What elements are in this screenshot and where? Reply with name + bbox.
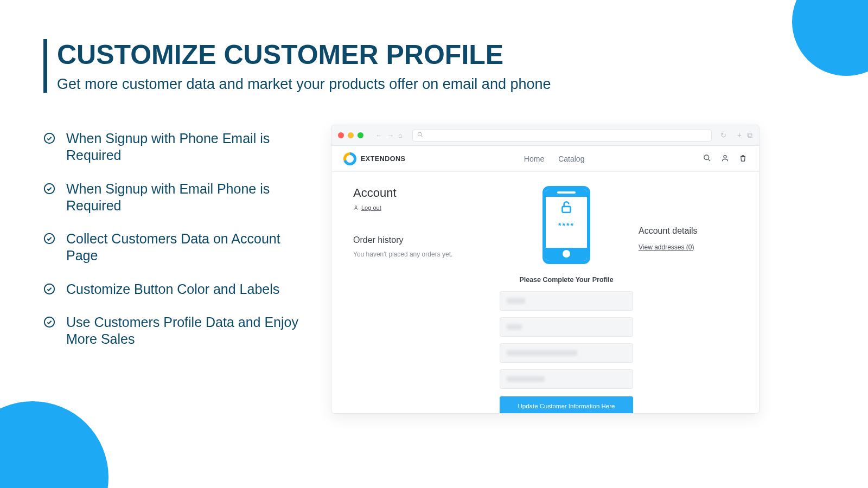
feature-item: When Signup with Phone Email is Required	[43, 130, 310, 164]
forward-icon[interactable]: →	[387, 131, 394, 139]
feature-item: Use Customers Profile Data and Enjoy Mor…	[43, 314, 310, 348]
svg-point-5	[418, 132, 421, 136]
profile-input-1[interactable]	[500, 291, 633, 311]
search-icon	[417, 132, 423, 139]
close-window-icon[interactable]	[338, 132, 344, 138]
decorative-blob-bottom-left	[0, 401, 108, 488]
profile-input-2[interactable]	[500, 317, 633, 337]
refresh-icon[interactable]: ↻	[720, 131, 726, 139]
feature-text: Use Customers Profile Data and Enjoy Mor…	[66, 314, 310, 348]
browser-address-bar[interactable]	[412, 130, 712, 142]
cart-icon[interactable]	[739, 154, 747, 164]
new-tab-icon[interactable]: +	[737, 131, 742, 140]
svg-point-8	[355, 206, 356, 208]
hero-block: CUSTOMIZE CUSTOMER PROFILE Get more cust…	[43, 39, 586, 93]
browser-nav-arrows: ← → ⌂	[375, 131, 403, 139]
nav-catalog[interactable]: Catalog	[558, 155, 584, 163]
complete-profile-prompt: Please Complete Your Profile	[519, 276, 613, 284]
maximize-window-icon[interactable]	[358, 132, 363, 138]
store-header-icons	[703, 154, 747, 164]
brand[interactable]: EXTENDONS	[343, 152, 405, 165]
phone-illustration-icon: ****	[542, 186, 590, 264]
home-icon[interactable]: ⌂	[398, 131, 403, 139]
check-circle-icon	[43, 132, 55, 144]
feature-text: When Signup with Email Phone is Required	[66, 181, 310, 215]
check-circle-icon	[43, 283, 55, 295]
svg-rect-9	[562, 207, 570, 213]
feature-text: When Signup with Phone Email is Required	[66, 130, 310, 164]
browser-window: ← → ⌂ ↻ + ⧉ EXTENDONS Home Catalog	[331, 125, 760, 414]
logout-label: Log out	[361, 204, 381, 211]
page-title: CUSTOMIZE CUSTOMER PROFILE	[57, 39, 586, 70]
store-body: Account Log out Order history You haven'…	[331, 172, 759, 414]
store-nav: Home Catalog	[524, 155, 585, 163]
browser-chrome-bar: ← → ⌂ ↻ + ⧉	[331, 125, 759, 146]
user-icon[interactable]	[721, 154, 729, 164]
feature-text: Collect Customers Data on Account Page	[66, 230, 310, 265]
svg-point-7	[724, 155, 726, 158]
search-icon[interactable]	[703, 154, 711, 164]
copy-icon[interactable]: ⧉	[747, 131, 752, 140]
view-addresses-link[interactable]: View addresses (0)	[639, 243, 694, 251]
unlock-icon	[559, 200, 573, 218]
feature-item: Customize Button Color and Labels	[43, 281, 310, 298]
order-history-title: Order history	[353, 235, 494, 245]
masked-code: ****	[558, 221, 575, 230]
order-history-empty: You haven't placed any orders yet.	[353, 251, 494, 258]
profile-input-3[interactable]	[500, 343, 633, 363]
feature-list: When Signup with Phone Email is Required…	[43, 130, 310, 364]
nav-home[interactable]: Home	[524, 155, 544, 163]
profile-fields	[500, 291, 633, 389]
check-circle-icon	[43, 316, 55, 328]
decorative-blob-top-right	[792, 0, 868, 76]
brand-logo-icon	[343, 152, 356, 165]
logout-link[interactable]: Log out	[353, 204, 381, 211]
feature-item: When Signup with Email Phone is Required	[43, 181, 310, 215]
account-title: Account	[353, 186, 494, 200]
brand-name: EXTENDONS	[361, 155, 405, 163]
feature-item: Collect Customers Data on Account Page	[43, 230, 310, 265]
page-subtitle: Get more customer data and market your p…	[57, 76, 586, 93]
window-controls	[338, 132, 363, 138]
account-details-column: Account details View addresses (0)	[639, 186, 758, 414]
feature-text: Customize Button Color and Labels	[66, 281, 279, 298]
profile-complete-column: **** Please Complete Your Profile Update…	[500, 186, 633, 414]
profile-input-4[interactable]	[500, 369, 633, 389]
update-profile-button[interactable]: Update Customer Information Here	[500, 396, 633, 414]
check-circle-icon	[43, 233, 55, 245]
browser-right-controls: + ⧉	[737, 131, 752, 140]
store-header: EXTENDONS Home Catalog	[331, 146, 759, 172]
minimize-window-icon[interactable]	[348, 132, 354, 138]
account-column: Account Log out Order history You haven'…	[353, 186, 494, 414]
account-details-title: Account details	[639, 226, 758, 236]
back-icon[interactable]: ←	[375, 131, 382, 139]
check-circle-icon	[43, 183, 55, 195]
svg-point-6	[704, 155, 709, 159]
